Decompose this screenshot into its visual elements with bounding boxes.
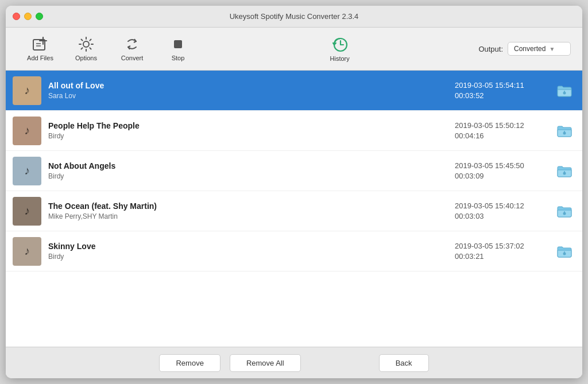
history-icon	[331, 36, 349, 53]
app-window: Ukeysoft Spotify Music Converter 2.3.4 A…	[6, 6, 582, 378]
song-date: 2019-03-05 15:50:12	[455, 121, 524, 130]
close-button[interactable]	[13, 13, 20, 20]
song-title: All out of Love	[48, 81, 448, 90]
song-duration: 00:04:16	[455, 131, 484, 140]
song-row[interactable]: ♪All out of LoveSara Lov2019-03-05 15:54…	[6, 71, 582, 111]
song-thumbnail: ♪	[13, 157, 41, 185]
thumbnail-placeholder: ♪	[13, 157, 41, 185]
remove-button[interactable]: Remove	[159, 354, 220, 372]
stop-icon	[170, 36, 186, 52]
song-thumbnail: ♪	[13, 117, 41, 145]
song-row[interactable]: ♪Skinny LoveBirdy2019-03-05 15:37:0200:0…	[6, 231, 582, 271]
thumbnail-placeholder: ♪	[13, 237, 41, 266]
svg-point-10	[563, 131, 566, 134]
song-artist: Mike Perry,SHY Martin	[48, 212, 448, 220]
song-info: Not About AngelsBirdy	[48, 161, 448, 180]
title-bar: Ukeysoft Spotify Music Converter 2.3.4	[6, 6, 582, 28]
thumbnail-placeholder: ♪	[13, 117, 41, 145]
history-button[interactable]: History	[317, 30, 363, 68]
svg-point-5	[83, 41, 89, 47]
output-dropdown[interactable]: Converted ▼	[508, 42, 571, 56]
add-files-label: Add Files	[27, 55, 53, 61]
thumbnail-placeholder: ♪	[13, 76, 41, 105]
song-title: The Ocean (feat. Shy Martin)	[48, 201, 448, 211]
svg-rect-6	[174, 40, 182, 48]
song-title: People Help The People	[48, 121, 448, 130]
svg-point-12	[563, 172, 566, 174]
dropdown-arrow-icon: ▼	[549, 46, 564, 52]
add-files-button[interactable]: Add Files	[17, 30, 63, 68]
song-duration: 00:03:21	[455, 252, 484, 261]
bottom-bar: Remove Remove All Back	[6, 347, 582, 378]
song-meta: 2019-03-05 15:37:0200:03:21	[455, 242, 547, 261]
stop-label: Stop	[172, 55, 185, 61]
maximize-button[interactable]	[36, 13, 43, 20]
remove-all-button[interactable]: Remove All	[230, 354, 301, 372]
song-title: Not About Angels	[48, 161, 448, 170]
open-folder-button[interactable]	[554, 160, 575, 182]
song-row[interactable]: ♪The Ocean (feat. Shy Martin)Mike Perry,…	[6, 191, 582, 231]
output-value: Converted	[514, 45, 546, 53]
options-icon	[78, 36, 94, 52]
song-artist: Birdy	[48, 172, 448, 180]
song-info: The Ocean (feat. Shy Martin)Mike Perry,S…	[48, 201, 448, 220]
open-folder-button[interactable]	[554, 200, 575, 222]
convert-button[interactable]: Convert	[109, 30, 155, 68]
svg-point-8	[563, 91, 566, 94]
convert-label: Convert	[121, 55, 144, 61]
song-thumbnail: ♪	[13, 197, 41, 226]
output-area: Output: Converted ▼	[478, 42, 571, 56]
open-folder-button[interactable]	[554, 120, 575, 142]
song-duration: 00:03:03	[455, 212, 484, 220]
add-files-icon	[32, 36, 48, 52]
options-button[interactable]: Options	[63, 30, 109, 68]
song-artist: Sara Lov	[48, 92, 448, 100]
svg-point-14	[563, 212, 566, 215]
song-meta: 2019-03-05 15:40:1200:03:03	[455, 201, 547, 220]
song-row[interactable]: ♪Not About AngelsBirdy2019-03-05 15:45:5…	[6, 151, 582, 191]
open-folder-button[interactable]	[554, 241, 575, 262]
convert-icon	[124, 36, 140, 52]
song-meta: 2019-03-05 15:45:5000:03:09	[455, 161, 547, 180]
output-label: Output:	[478, 45, 503, 53]
song-date: 2019-03-05 15:40:12	[455, 201, 524, 210]
song-info: Skinny LoveBirdy	[48, 242, 448, 261]
song-date: 2019-03-05 15:45:50	[455, 161, 524, 170]
minimize-button[interactable]	[24, 13, 32, 20]
song-title: Skinny Love	[48, 242, 448, 251]
options-label: Options	[75, 55, 97, 61]
song-row[interactable]: ♪People Help The PeopleBirdy2019-03-05 1…	[6, 111, 582, 151]
svg-point-16	[563, 252, 566, 255]
song-meta: 2019-03-05 15:50:1200:04:16	[455, 121, 547, 140]
history-label: History	[330, 55, 350, 62]
stop-button[interactable]: Stop	[155, 30, 201, 68]
back-button[interactable]: Back	[379, 354, 429, 372]
toolbar: Add Files Options Convert	[6, 28, 582, 71]
thumbnail-placeholder: ♪	[13, 197, 41, 226]
song-date: 2019-03-05 15:54:11	[455, 81, 524, 90]
song-meta: 2019-03-05 15:54:1100:03:52	[455, 81, 547, 100]
song-info: All out of LoveSara Lov	[48, 81, 448, 100]
open-folder-button[interactable]	[554, 80, 575, 102]
window-title: Ukeysoft Spotify Music Converter 2.3.4	[230, 12, 359, 21]
song-artist: Birdy	[48, 132, 448, 140]
song-duration: 00:03:09	[455, 172, 484, 180]
song-list: ♪All out of LoveSara Lov2019-03-05 15:54…	[6, 71, 582, 347]
song-date: 2019-03-05 15:37:02	[455, 242, 524, 250]
song-thumbnail: ♪	[13, 76, 41, 105]
song-info: People Help The PeopleBirdy	[48, 121, 448, 140]
song-artist: Birdy	[48, 253, 448, 261]
song-duration: 00:03:52	[455, 91, 484, 100]
traffic-lights	[13, 13, 43, 20]
song-thumbnail: ♪	[13, 237, 41, 266]
